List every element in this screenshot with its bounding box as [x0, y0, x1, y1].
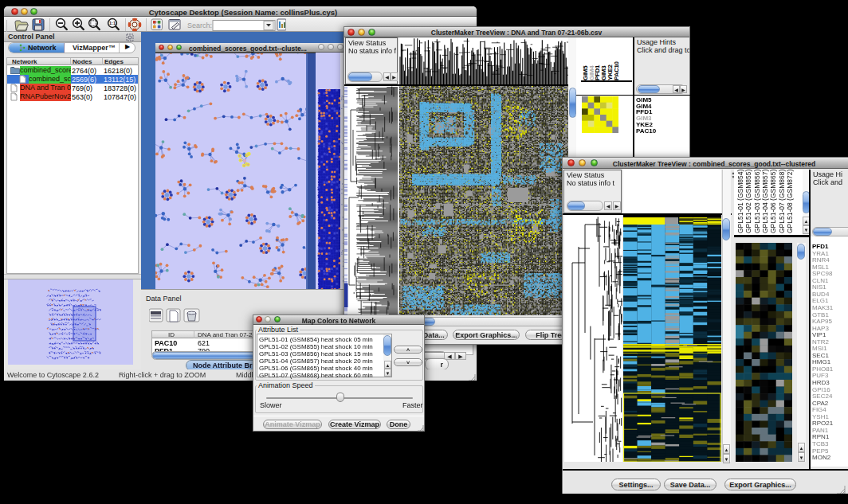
svg-text:1:1: 1:1	[109, 21, 116, 25]
svg-text:Search:: Search:	[187, 21, 212, 29]
